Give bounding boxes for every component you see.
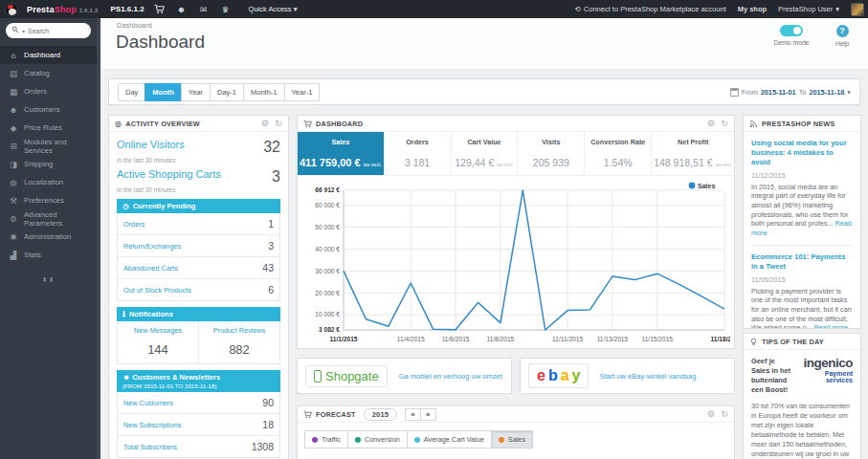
date-range-picker[interactable]: From 2015-11-01 To 2015-11-18 ▾ xyxy=(730,88,851,97)
shopgate-promo-card[interactable]: Shopgate Ga mobiel en verhoog uw omzet xyxy=(297,358,512,394)
news-article-title[interactable]: Using social media for your business: 4 … xyxy=(751,139,853,167)
advanced-parameters-icon: ⚙ xyxy=(9,214,18,224)
user-menu[interactable]: PrestaShop User ▾ xyxy=(778,5,839,13)
sidebar-item-dashboard[interactable]: ⌂Dashboard xyxy=(0,46,97,64)
sidebar-item-preferences[interactable]: ⚒Preferences xyxy=(0,191,97,209)
product-reviews-stat[interactable]: Product Reviews882 xyxy=(198,321,279,363)
sidebar-item-customers[interactable]: ☻Customers xyxy=(0,100,97,119)
cart-icon[interactable] xyxy=(153,4,167,14)
online-visitors-link[interactable]: Online Visitors xyxy=(117,139,185,150)
kpi-conversion-rate[interactable]: Conversion Rate1.54% xyxy=(585,132,652,175)
marketplace-link[interactable]: ⟲Connect to PrestaShop Marketplace accou… xyxy=(575,5,726,13)
gear-icon[interactable]: ⚙ xyxy=(261,119,269,128)
forecast-year[interactable]: 2015 xyxy=(364,408,398,421)
read-more-link[interactable]: Read more xyxy=(813,323,848,329)
toggle-sales[interactable]: Sales xyxy=(491,430,533,448)
sidebar-item-orders[interactable]: ▦Orders xyxy=(0,82,97,100)
refresh-icon[interactable]: ↻ xyxy=(721,409,728,419)
shopgate-link[interactable]: Ga mobiel en verhoog uw omzet xyxy=(399,372,502,381)
quick-access-menu[interactable]: Quick Access ▾ xyxy=(249,5,298,13)
kpi-visits[interactable]: Visits205 939 xyxy=(518,132,585,175)
ebay-link[interactable]: Start uw eBay-winkel vandaag xyxy=(600,372,697,381)
currently-pending-section: ◷Currently Pending Orders1 Return/Exchan… xyxy=(117,199,280,301)
clock-icon: ◷ xyxy=(122,202,129,210)
module-promos: Shopgate Ga mobiel en verhoog uw omzet e… xyxy=(297,358,735,394)
breadcrumb[interactable]: Dashboard xyxy=(117,21,152,30)
row-label: Out of Stock Products xyxy=(123,286,191,295)
row-new-subscriptions[interactable]: New Subscriptions18 xyxy=(118,414,279,436)
toggle-average-cart-value[interactable]: Average Cart Value xyxy=(407,430,492,448)
sidebar-item-modules[interactable]: ⊞Modules and Services xyxy=(0,137,97,155)
search-scope-caret-icon[interactable]: ▾ xyxy=(22,28,25,34)
toggle-traffic[interactable]: Traffic xyxy=(304,430,348,448)
help-icon[interactable]: ? xyxy=(836,25,849,37)
sidebar-item-catalog[interactable]: ▤Catalog xyxy=(0,64,97,82)
price-rules-icon: ◆ xyxy=(9,123,18,133)
mail-icon[interactable]: ✉ xyxy=(197,5,211,14)
new-messages-stat[interactable]: New Messages144 xyxy=(118,321,198,363)
sidebar-item-label: Orders xyxy=(24,87,47,96)
ingenico-logo: ingenico Payment services xyxy=(798,357,853,395)
news-body-text: In 2015, social media are an integral pa… xyxy=(751,183,848,229)
stats-icon: ▟ xyxy=(9,251,18,260)
my-shop-link[interactable]: My shop xyxy=(738,5,767,13)
pending-row-out-of-stock[interactable]: Out of Stock Products6 xyxy=(118,279,279,300)
prev-year-button[interactable]: « xyxy=(405,408,421,421)
sidebar-item-label: Modules and Services xyxy=(24,138,97,155)
kpi-net-profit[interactable]: Net Profit148 918,51 € tax excl. xyxy=(652,132,734,175)
range-button-year-1[interactable]: Year-1 xyxy=(284,83,321,101)
toggle-conversion[interactable]: Conversion xyxy=(347,430,408,448)
col-label: New Messages xyxy=(120,326,196,335)
gear-icon[interactable]: ⚙ xyxy=(707,119,715,128)
kpi-sales[interactable]: Sales411 759,00 € tax excl. xyxy=(298,132,385,175)
dashboard-icon: ⌂ xyxy=(9,51,18,60)
sidebar-item-label: Localization xyxy=(24,178,63,186)
sidebar-item-administration[interactable]: ✱Administration xyxy=(0,228,97,246)
next-year-button[interactable]: » xyxy=(420,408,436,421)
kpi-title: Sales xyxy=(300,138,382,146)
shipping-icon: ◨ xyxy=(9,160,18,169)
date-from-value: 2015-11-01 xyxy=(761,88,796,97)
gear-icon[interactable]: ⚙ xyxy=(707,409,715,419)
row-label: Abandoned Carts xyxy=(123,264,178,273)
row-new-customers[interactable]: New Customers90 xyxy=(118,392,279,414)
content-header: Dashboard Dashboard Demo mode ? Help xyxy=(100,18,868,69)
active-carts-link[interactable]: Active Shopping Carts xyxy=(117,168,221,180)
kpi-row: Sales411 759,00 € tax excl. Orders3 181 … xyxy=(298,132,734,176)
sidebar-item-localization[interactable]: ◍Localization xyxy=(0,173,97,191)
sidebar-search[interactable]: ▾ xyxy=(6,23,91,38)
search-input[interactable] xyxy=(28,28,78,34)
range-button-year[interactable]: Year xyxy=(181,83,211,101)
sidebar-item-stats[interactable]: ▟Stats xyxy=(0,246,97,264)
trophy-icon[interactable]: ♛ xyxy=(219,5,233,14)
dashboard-panel: DASHBOARD ⚙↻ Sales411 759,00 € tax excl.… xyxy=(297,115,735,349)
row-total-subscribers[interactable]: Total Subscribers1308 xyxy=(118,436,279,457)
refresh-icon[interactable]: ↻ xyxy=(721,119,728,128)
sidebar-item-price-rules[interactable]: ◆Price Rules xyxy=(0,119,97,137)
range-button-month[interactable]: Month xyxy=(145,83,182,101)
range-button-day[interactable]: Day xyxy=(118,83,145,101)
range-button-month-1[interactable]: Month-1 xyxy=(243,83,285,101)
kpi-orders[interactable]: Orders3 181 xyxy=(385,132,452,175)
sidebar-item-advanced-parameters[interactable]: ⚙Advanced Parameters xyxy=(0,209,97,228)
kpi-value: 129,44 € xyxy=(455,157,494,168)
svg-text:20 000 €: 20 000 € xyxy=(315,290,340,296)
sidebar-item-label: Shipping xyxy=(24,160,53,168)
kpi-cart-value[interactable]: Cart Value129,44 € tax excl. xyxy=(452,132,519,175)
row-label: New Subscriptions xyxy=(123,421,181,429)
pending-row-returns[interactable]: Return/Exchanges3 xyxy=(118,235,279,257)
pending-row-abandoned-carts[interactable]: Abandoned Carts43 xyxy=(118,257,279,279)
pending-row-orders[interactable]: Orders1 xyxy=(118,213,279,235)
ebay-promo-card[interactable]: ebay Start uw eBay-winkel vandaag xyxy=(520,358,735,394)
sidebar-item-shipping[interactable]: ◨Shipping xyxy=(0,155,97,173)
row-value: 18 xyxy=(262,419,274,430)
svg-text:11/11/2015: 11/11/2015 xyxy=(552,336,583,342)
range-button-day-1[interactable]: Day-1 xyxy=(210,83,244,101)
news-article-title[interactable]: Ecommerce 101: Payments in a Tweet xyxy=(751,252,853,272)
refresh-icon[interactable]: ↻ xyxy=(275,119,282,128)
collapse-menu-icon[interactable]: ▮ ▮ xyxy=(0,275,97,282)
demo-mode-toggle[interactable] xyxy=(780,25,803,36)
avatar[interactable] xyxy=(851,3,864,16)
info-icon: ℹ xyxy=(122,310,125,318)
person-icon[interactable]: ☻ xyxy=(175,5,189,14)
